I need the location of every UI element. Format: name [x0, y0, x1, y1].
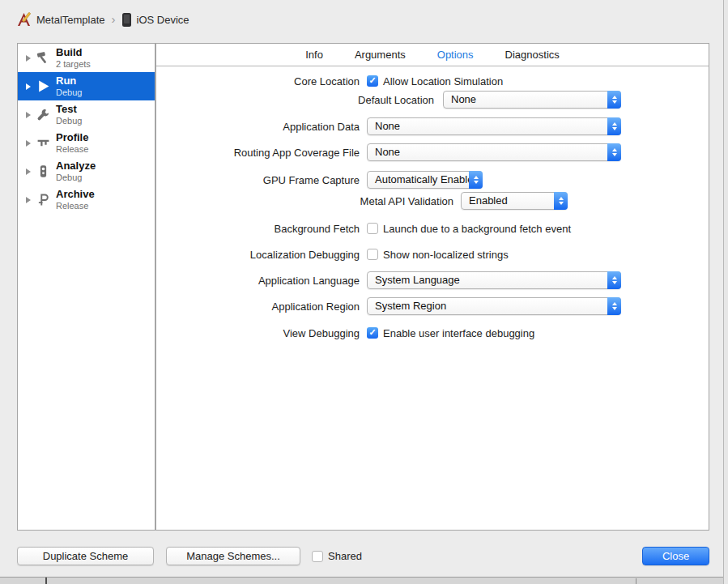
application-language-label: Application Language: [156, 275, 367, 287]
sidebar-item-archive[interactable]: Archive Release: [18, 185, 155, 214]
application-data-label: Application Data: [156, 121, 367, 133]
play-icon: [36, 79, 50, 93]
disclosure-triangle-icon[interactable]: [26, 140, 31, 147]
background-fetch-checkbox[interactable]: ✓: [367, 223, 378, 234]
xcode-scheme-icon: [16, 12, 32, 28]
application-language-popup[interactable]: System Language: [367, 271, 621, 289]
localization-debugging-label: Localization Debugging: [156, 249, 367, 261]
popup-value: None: [375, 146, 400, 158]
popup-value: System Region: [375, 300, 446, 312]
sidebar-item-profile[interactable]: Profile Release: [18, 129, 155, 157]
background-window-divider: [45, 578, 47, 584]
stepper-icon: [469, 171, 483, 189]
core-location-row: Core Location ✓ Allow Location Simulatio…: [156, 72, 709, 90]
sidebar-item-title: Test: [56, 104, 82, 116]
scheme-breadcrumb: MetalTemplate › iOS Device: [0, 0, 728, 39]
background-window-divider: [636, 578, 636, 584]
stepper-icon: [607, 143, 621, 161]
application-data-popup[interactable]: None: [367, 117, 621, 135]
gpu-frame-capture-popup[interactable]: Automatically Enabled: [367, 171, 483, 189]
stepper-icon: [607, 297, 621, 315]
core-location-label: Core Location: [156, 75, 367, 87]
sidebar-item-title: Build: [56, 47, 91, 59]
application-region-label: Application Region: [156, 301, 367, 313]
sidebar-item-title: Profile: [56, 132, 88, 144]
application-language-row: Application Language System Language: [156, 271, 709, 289]
localization-debugging-row: Localization Debugging ✓ Show non-locali…: [156, 245, 709, 263]
sidebar-item-build[interactable]: Build 2 targets: [18, 44, 155, 72]
scheme-actions-sidebar: Build 2 targets Run Debug Test Debug: [17, 43, 155, 531]
close-button[interactable]: Close: [642, 547, 709, 565]
sidebar-item-subtitle: Debug: [56, 116, 82, 126]
popup-value: None: [375, 120, 400, 132]
destination-selector[interactable]: iOS Device: [122, 13, 189, 27]
sidebar-item-title: Archive: [56, 189, 95, 201]
popup-value: Enabled: [469, 194, 508, 207]
hammer-icon: [36, 51, 50, 65]
application-region-row: Application Region System Region: [156, 297, 709, 315]
metal-api-validation-row: Metal API Validation Enabled: [156, 192, 709, 210]
view-debugging-text: Enable user interface debugging: [383, 327, 534, 339]
tab-info[interactable]: Info: [302, 49, 326, 61]
tab-arguments[interactable]: Arguments: [351, 49, 409, 61]
popup-value: System Language: [375, 274, 460, 286]
manage-schemes-button[interactable]: Manage Schemes...: [166, 547, 300, 565]
stepper-icon: [607, 91, 621, 109]
metal-api-validation-label: Metal API Validation: [156, 195, 461, 207]
scheme-selector[interactable]: MetalTemplate: [16, 12, 105, 28]
flag-icon: [36, 193, 50, 207]
disclosure-triangle-icon[interactable]: [26, 168, 31, 175]
popup-value: None: [451, 93, 476, 105]
sidebar-item-run[interactable]: Run Debug: [18, 72, 155, 100]
localization-debugging-checkbox[interactable]: ✓: [367, 249, 378, 260]
sidebar-item-subtitle: Release: [56, 144, 88, 155]
gpu-frame-capture-row: GPU Frame Capture Automatically Enabled: [156, 171, 709, 189]
background-window-edge: [723, 0, 728, 584]
options-tabbar: Info Arguments Options Diagnostics: [156, 44, 709, 66]
gpu-frame-capture-label: GPU Frame Capture: [156, 174, 367, 186]
background-fetch-row: Background Fetch ✓ Launch due to a backg…: [156, 220, 709, 237]
analyze-icon: [36, 164, 50, 178]
background-window-edge: [0, 577, 728, 584]
sidebar-item-subtitle: Debug: [56, 87, 82, 98]
popup-value: Automatically Enabled: [375, 173, 479, 185]
ios-device-icon: [122, 13, 131, 27]
caliper-icon: [36, 136, 50, 150]
application-data-row: Application Data None: [156, 117, 709, 135]
default-location-row: Default Location None: [156, 91, 709, 109]
sidebar-item-title: Analyze: [56, 160, 96, 173]
application-region-popup[interactable]: System Region: [367, 297, 621, 315]
disclosure-triangle-icon[interactable]: [26, 83, 31, 90]
sidebar-item-subtitle: 2 targets: [56, 59, 91, 70]
disclosure-triangle-icon[interactable]: [26, 197, 31, 203]
stepper-icon: [607, 271, 621, 289]
allow-location-simulation-checkbox[interactable]: ✓: [367, 75, 378, 87]
shared-control: ✓ Shared: [312, 550, 362, 562]
default-location-popup[interactable]: None: [443, 91, 621, 109]
wrench-icon: [36, 108, 50, 121]
sidebar-item-analyze[interactable]: Analyze Debug: [18, 157, 155, 185]
run-options-panel: Info Arguments Options Diagnostics Core …: [155, 43, 709, 531]
routing-app-coverage-row: Routing App Coverage File None: [156, 143, 709, 161]
routing-app-coverage-popup[interactable]: None: [367, 143, 621, 161]
check-icon: ✓: [368, 76, 376, 85]
allow-location-simulation-text: Allow Location Simulation: [383, 75, 503, 87]
disclosure-triangle-icon[interactable]: [26, 55, 31, 62]
routing-app-coverage-label: Routing App Coverage File: [156, 147, 367, 159]
view-debugging-label: View Debugging: [156, 327, 367, 339]
tab-diagnostics[interactable]: Diagnostics: [502, 49, 563, 61]
background-fetch-label: Background Fetch: [156, 223, 367, 235]
disclosure-triangle-icon[interactable]: [26, 112, 31, 118]
duplicate-scheme-button[interactable]: Duplicate Scheme: [17, 547, 154, 565]
metal-api-validation-popup[interactable]: Enabled: [461, 192, 568, 210]
view-debugging-checkbox[interactable]: ✓: [367, 327, 378, 339]
view-debugging-row: View Debugging ✓ Enable user interface d…: [156, 324, 709, 342]
tab-options[interactable]: Options: [434, 49, 477, 61]
stepper-icon: [554, 192, 568, 210]
sidebar-item-subtitle: Release: [56, 201, 95, 211]
edit-scheme-dialog: MetalTemplate › iOS Device Build 2 targe…: [0, 0, 728, 584]
localization-debugging-text: Show non-localized strings: [383, 249, 509, 261]
shared-checkbox[interactable]: ✓: [312, 551, 323, 562]
sidebar-item-test[interactable]: Test Debug: [18, 100, 155, 129]
stepper-icon: [607, 117, 621, 135]
